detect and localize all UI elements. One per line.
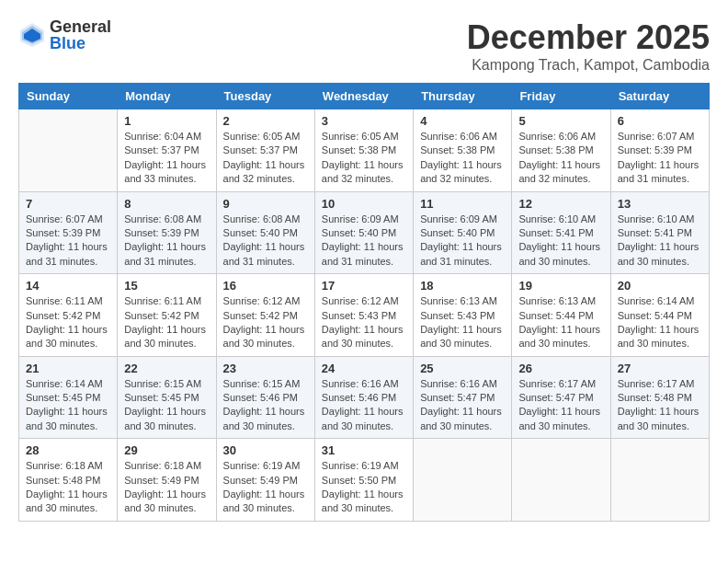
calendar-day-cell: 25Sunrise: 6:16 AMSunset: 5:47 PMDayligh… [414,356,512,439]
day-number: 3 [322,114,406,128]
day-info: Sunrise: 6:13 AMSunset: 5:43 PMDaylight:… [420,294,505,351]
calendar-day-cell: 17Sunrise: 6:12 AMSunset: 5:43 PMDayligh… [314,274,413,357]
day-number: 28 [26,443,110,457]
calendar-day-cell: 1Sunrise: 6:04 AMSunset: 5:37 PMDaylight… [118,109,216,192]
day-number: 27 [618,362,702,375]
day-info: Sunrise: 6:12 AMSunset: 5:42 PMDaylight:… [223,294,308,351]
day-number: 25 [420,362,505,375]
calendar-day-cell: 11Sunrise: 6:09 AMSunset: 5:40 PMDayligh… [414,191,512,274]
day-number: 20 [618,279,702,293]
calendar-day-cell: 31Sunrise: 6:19 AMSunset: 5:50 PMDayligh… [314,439,413,522]
day-number: 15 [124,279,209,293]
day-info: Sunrise: 6:14 AMSunset: 5:44 PMDaylight:… [618,294,702,351]
calendar-day-cell: 16Sunrise: 6:12 AMSunset: 5:42 PMDayligh… [216,274,314,357]
calendar-day-cell: 15Sunrise: 6:11 AMSunset: 5:42 PMDayligh… [118,274,216,357]
calendar-day-cell: 7Sunrise: 6:07 AMSunset: 5:39 PMDaylight… [19,191,118,274]
calendar-week-row: 1Sunrise: 6:04 AMSunset: 5:37 PMDaylight… [19,109,710,192]
day-number: 29 [124,443,209,457]
calendar-day-cell [512,439,610,522]
day-number: 1 [124,114,209,128]
calendar-week-row: 21Sunrise: 6:14 AMSunset: 5:45 PMDayligh… [19,356,710,439]
calendar-day-header: Saturday [610,84,709,109]
calendar-day-cell: 2Sunrise: 6:05 AMSunset: 5:37 PMDaylight… [216,109,314,192]
calendar-day-cell: 24Sunrise: 6:16 AMSunset: 5:46 PMDayligh… [314,356,413,439]
day-number: 31 [322,443,406,457]
day-info: Sunrise: 6:07 AMSunset: 5:39 PMDaylight:… [26,213,110,270]
month-title: December 2025 [467,18,710,57]
calendar-day-cell: 4Sunrise: 6:06 AMSunset: 5:38 PMDaylight… [414,109,512,192]
calendar-day-header: Wednesday [314,84,413,109]
day-info: Sunrise: 6:08 AMSunset: 5:40 PMDaylight:… [223,213,308,270]
calendar-day-cell: 27Sunrise: 6:17 AMSunset: 5:48 PMDayligh… [610,356,709,439]
calendar-day-header: Tuesday [216,84,314,109]
day-number: 4 [420,114,505,128]
calendar-day-cell: 30Sunrise: 6:19 AMSunset: 5:49 PMDayligh… [216,439,314,522]
logo-text: General Blue [50,18,111,52]
day-info: Sunrise: 6:05 AMSunset: 5:38 PMDaylight:… [322,130,406,187]
calendar-day-cell: 6Sunrise: 6:07 AMSunset: 5:39 PMDaylight… [610,109,709,192]
logo-general-text: General [50,18,111,35]
day-info: Sunrise: 6:12 AMSunset: 5:43 PMDaylight:… [322,294,406,351]
calendar-day-header: Monday [118,84,216,109]
calendar-day-cell: 21Sunrise: 6:14 AMSunset: 5:45 PMDayligh… [19,356,118,439]
day-info: Sunrise: 6:16 AMSunset: 5:47 PMDaylight:… [420,377,505,434]
day-info: Sunrise: 6:06 AMSunset: 5:38 PMDaylight:… [420,130,505,187]
day-number: 21 [26,362,110,375]
day-info: Sunrise: 6:09 AMSunset: 5:40 PMDaylight:… [322,213,406,270]
logo-blue-text: Blue [50,35,111,52]
calendar-day-cell [19,109,118,192]
calendar-day-cell: 5Sunrise: 6:06 AMSunset: 5:38 PMDaylight… [512,109,610,192]
day-info: Sunrise: 6:05 AMSunset: 5:37 PMDaylight:… [223,130,308,187]
day-number: 8 [124,197,209,211]
day-info: Sunrise: 6:14 AMSunset: 5:45 PMDaylight:… [26,377,110,434]
calendar-day-cell: 19Sunrise: 6:13 AMSunset: 5:44 PMDayligh… [512,274,610,357]
day-number: 5 [518,114,603,128]
day-info: Sunrise: 6:13 AMSunset: 5:44 PMDaylight:… [518,294,603,351]
calendar-header-row: SundayMondayTuesdayWednesdayThursdayFrid… [19,84,710,109]
day-number: 11 [420,197,505,211]
day-info: Sunrise: 6:09 AMSunset: 5:40 PMDaylight:… [420,213,505,270]
calendar-week-row: 14Sunrise: 6:11 AMSunset: 5:42 PMDayligh… [19,274,710,357]
day-number: 12 [518,197,603,211]
logo-icon [18,21,46,49]
title-area: December 2025 Kampong Trach, Kampot, Cam… [467,18,710,74]
day-number: 23 [223,362,308,375]
day-info: Sunrise: 6:06 AMSunset: 5:38 PMDaylight:… [518,130,603,187]
day-info: Sunrise: 6:17 AMSunset: 5:48 PMDaylight:… [618,377,702,434]
calendar-day-cell: 10Sunrise: 6:09 AMSunset: 5:40 PMDayligh… [314,191,413,274]
day-number: 19 [518,279,603,293]
calendar-day-cell: 28Sunrise: 6:18 AMSunset: 5:48 PMDayligh… [19,439,118,522]
calendar-day-cell: 9Sunrise: 6:08 AMSunset: 5:40 PMDaylight… [216,191,314,274]
day-info: Sunrise: 6:10 AMSunset: 5:41 PMDaylight:… [518,213,603,270]
day-number: 9 [223,197,308,211]
day-info: Sunrise: 6:11 AMSunset: 5:42 PMDaylight:… [124,294,209,351]
calendar-week-row: 7Sunrise: 6:07 AMSunset: 5:39 PMDaylight… [19,191,710,274]
day-info: Sunrise: 6:16 AMSunset: 5:46 PMDaylight:… [322,377,406,434]
calendar-day-cell: 23Sunrise: 6:15 AMSunset: 5:46 PMDayligh… [216,356,314,439]
logo: General Blue [18,18,111,52]
location: Kampong Trach, Kampot, Cambodia [467,57,710,74]
calendar-day-cell: 3Sunrise: 6:05 AMSunset: 5:38 PMDaylight… [314,109,413,192]
day-number: 18 [420,279,505,293]
calendar-day-cell: 14Sunrise: 6:11 AMSunset: 5:42 PMDayligh… [19,274,118,357]
day-number: 17 [322,279,406,293]
calendar-day-header: Friday [512,84,610,109]
day-number: 26 [518,362,603,375]
day-number: 16 [223,279,308,293]
day-info: Sunrise: 6:15 AMSunset: 5:46 PMDaylight:… [223,377,308,434]
day-info: Sunrise: 6:18 AMSunset: 5:48 PMDaylight:… [26,459,110,516]
day-info: Sunrise: 6:18 AMSunset: 5:49 PMDaylight:… [124,459,209,516]
day-number: 13 [618,197,702,211]
day-info: Sunrise: 6:19 AMSunset: 5:49 PMDaylight:… [223,459,308,516]
calendar-day-cell: 20Sunrise: 6:14 AMSunset: 5:44 PMDayligh… [610,274,709,357]
calendar-day-header: Thursday [414,84,512,109]
calendar-day-cell: 22Sunrise: 6:15 AMSunset: 5:45 PMDayligh… [118,356,216,439]
day-number: 6 [618,114,702,128]
day-info: Sunrise: 6:04 AMSunset: 5:37 PMDaylight:… [124,130,209,187]
calendar-day-cell: 13Sunrise: 6:10 AMSunset: 5:41 PMDayligh… [610,191,709,274]
day-info: Sunrise: 6:17 AMSunset: 5:47 PMDaylight:… [518,377,603,434]
calendar-day-header: Sunday [19,84,118,109]
day-info: Sunrise: 6:15 AMSunset: 5:45 PMDaylight:… [124,377,209,434]
calendar-day-cell: 26Sunrise: 6:17 AMSunset: 5:47 PMDayligh… [512,356,610,439]
calendar-day-cell: 8Sunrise: 6:08 AMSunset: 5:39 PMDaylight… [118,191,216,274]
